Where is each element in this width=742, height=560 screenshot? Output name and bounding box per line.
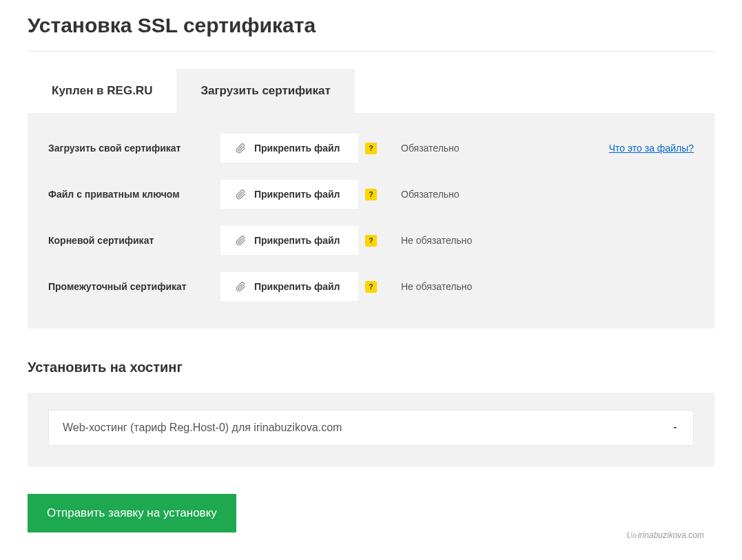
attach-private-key-button[interactable]: Прикрепить файл — [220, 180, 358, 209]
page-title: Установка SSL сертификата — [28, 14, 714, 37]
hint-cert: Обязательно — [401, 143, 460, 154]
attach-private-key-label: Прикрепить файл — [254, 189, 340, 200]
watermark-text: irinabuzikova.com — [638, 530, 704, 540]
watermark-prefix: Uo — [626, 530, 637, 540]
hosting-select[interactable]: Web-хостинг (тариф Reg.Host-0) для irina… — [48, 410, 694, 446]
label-cert: Загрузить свой сертификат — [48, 143, 220, 154]
tabs: Куплен в REG.RU Загрузить сертификат — [28, 69, 714, 113]
attach-cert-label: Прикрепить файл — [254, 143, 340, 154]
submit-button[interactable]: Отправить заявку на установку — [28, 494, 236, 532]
hosting-section-title: Установить на хостинг — [28, 360, 714, 375]
tab-upload-cert[interactable]: Загрузить сертификат — [176, 69, 354, 113]
help-icon[interactable]: ? — [365, 235, 377, 247]
what-are-these-files-link[interactable]: Что это за файлы? — [609, 143, 694, 154]
attach-intermediate-cert-button[interactable]: Прикрепить файл — [220, 272, 358, 301]
hint-private-key: Обязательно — [401, 189, 460, 200]
watermark: Uoirinabuzikova.com — [626, 530, 704, 541]
row-private-key: Файл с приватным ключом Прикрепить файл … — [48, 180, 694, 209]
attach-root-cert-button[interactable]: Прикрепить файл — [220, 226, 358, 255]
hosting-select-value: Web-хостинг (тариф Reg.Host-0) для irina… — [63, 422, 342, 434]
chevron-down-icon — [671, 424, 679, 432]
hint-root-cert: Не обязательно — [401, 235, 472, 246]
hosting-select-panel: Web-хостинг (тариф Reg.Host-0) для irina… — [28, 393, 714, 466]
paperclip-icon — [236, 282, 246, 292]
paperclip-icon — [236, 189, 246, 200]
paperclip-icon — [236, 143, 246, 154]
row-cert: Загрузить свой сертификат Прикрепить фай… — [48, 134, 694, 163]
help-icon[interactable]: ? — [365, 281, 377, 293]
upload-form-panel: Загрузить свой сертификат Прикрепить фай… — [28, 113, 714, 329]
label-private-key: Файл с приватным ключом — [48, 189, 220, 200]
help-icon[interactable]: ? — [365, 189, 377, 200]
paperclip-icon — [236, 236, 246, 246]
attach-intermediate-cert-label: Прикрепить файл — [254, 281, 340, 292]
row-intermediate-cert: Промежуточный сертификат Прикрепить файл… — [48, 272, 694, 301]
tab-bought-regru[interactable]: Куплен в REG.RU — [28, 69, 176, 113]
divider — [28, 51, 714, 52]
help-icon[interactable]: ? — [365, 143, 377, 154]
hint-intermediate-cert: Не обязательно — [401, 281, 472, 292]
attach-root-cert-label: Прикрепить файл — [254, 235, 340, 246]
row-root-cert: Корневой сертификат Прикрепить файл ? Не… — [48, 226, 694, 255]
label-root-cert: Корневой сертификат — [48, 235, 220, 246]
attach-cert-button[interactable]: Прикрепить файл — [220, 134, 358, 163]
label-intermediate-cert: Промежуточный сертификат — [48, 281, 220, 292]
